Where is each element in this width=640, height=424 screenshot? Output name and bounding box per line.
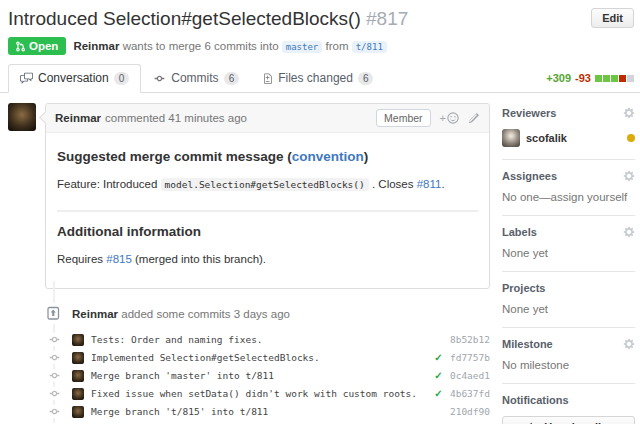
commit-sha-link[interactable]: 0c4aed1 (447, 370, 490, 381)
issue-815-link[interactable]: #815 (106, 253, 132, 265)
avatar-scofalik[interactable] (502, 129, 520, 147)
suggested-message-text: Feature: Introduced model.Selection#getS… (57, 176, 478, 193)
no-one-text: No one— (502, 191, 551, 203)
event-text: added some commits 3 days ago (121, 308, 290, 320)
git-commit-icon (48, 405, 61, 418)
additional-info-heading: Additional information (57, 222, 478, 242)
edit-button[interactable]: Edit (591, 8, 634, 28)
base-branch-label[interactable]: master (282, 41, 323, 53)
commit-sha-link[interactable]: 8b52b12 (447, 334, 490, 345)
assign-yourself-link[interactable]: assign yourself (551, 191, 628, 203)
state-label: Open (29, 40, 58, 52)
pr-number: #817 (366, 8, 408, 29)
projects-label: Projects (502, 282, 545, 294)
gear-icon[interactable] (623, 338, 635, 350)
commit-author-avatar[interactable] (72, 334, 84, 346)
tab-conversation[interactable]: Conversation 0 (8, 64, 141, 93)
commit-check-icon: ✓ (432, 352, 445, 363)
main-content: Reinmar commented 41 minutes ago Member … (0, 93, 640, 424)
commit-author-avatar[interactable] (72, 370, 84, 382)
diffstat-block-green (595, 75, 602, 82)
commit-author-avatar[interactable] (72, 352, 84, 364)
page-title: Introduced Selection#getSelectedBlocks()… (8, 8, 588, 30)
merge-sentence: Reinmar wants to merge 6 commits into ma… (73, 40, 386, 52)
pr-author-link[interactable]: Reinmar (73, 40, 119, 52)
commit-row: Merge branch 'master' into t/811 ✓ 0c4ae… (8, 369, 490, 382)
pull-request-page: Introduced Selection#getSelectedBlocks()… (0, 0, 640, 424)
additions-count: +309 (546, 72, 571, 84)
tab-commits-label: Commits (171, 71, 218, 85)
gear-icon[interactable] (623, 107, 635, 119)
convention-link[interactable]: convention (292, 149, 364, 164)
commit-message-link[interactable]: Implemented Selection#getSelectedBlocks. (91, 352, 432, 363)
projects-empty-text: None yet (502, 303, 635, 315)
head-branch-label[interactable]: t/811 (352, 41, 387, 53)
labels-label: Labels (502, 226, 537, 238)
deletions-count: -93 (575, 72, 591, 84)
additional-info-text: Requires #815 (merged into this branch). (57, 251, 478, 268)
diffstat-block-green (611, 75, 618, 82)
tab-conversation-label: Conversation (38, 71, 109, 85)
avatar-reinmar[interactable] (8, 103, 36, 131)
git-pull-request-icon (16, 41, 25, 52)
commit-message-link[interactable]: Merge branch 't/815' into t/811 (91, 406, 432, 417)
tab-conversation-count: 0 (114, 72, 130, 85)
event-author-link[interactable]: Reinmar (72, 308, 118, 320)
pr-header: Introduced Selection#getSelectedBlocks()… (0, 0, 640, 93)
comment-discussion-icon (20, 72, 33, 84)
tab-files-count: 6 (358, 72, 374, 85)
tab-files-changed[interactable]: Files changed 6 (251, 64, 385, 93)
tab-files-label: Files changed (278, 71, 353, 85)
heading1-prefix: Suggested merge commit message ( (57, 149, 292, 164)
commit-row: Fixed issue when setData() didn't work w… (8, 387, 490, 400)
pr-tab-bar: Conversation 0 Commits 6 Files changed 6… (0, 64, 640, 93)
labels-empty-text: None yet (502, 247, 635, 259)
issue-811-link[interactable]: #811 (417, 178, 442, 190)
pr-title-text: Introduced Selection#getSelectedBlocks() (8, 8, 361, 29)
sidebar-section-projects: Projects None yet (502, 272, 635, 328)
commit-message-link[interactable]: Fixed issue when setData() didn't work w… (91, 388, 432, 399)
commit-sha-link[interactable]: 4b637fd (447, 388, 490, 399)
commit-author-avatar[interactable] (72, 388, 84, 400)
commit-sha-link[interactable]: 210df90 (447, 406, 490, 417)
git-commit-icon (48, 333, 61, 346)
p2-suffix: (merged into this branch). (135, 253, 266, 265)
labels-heading: Labels (502, 226, 635, 238)
p2-prefix: Requires (57, 253, 103, 265)
sidebar-section-labels: Labels None yet (502, 216, 635, 272)
add-reaction-button[interactable]: + (440, 112, 459, 124)
reviewers-label: Reviewers (502, 107, 556, 119)
milestone-heading: Milestone (502, 338, 635, 350)
diffstat-blocks (594, 75, 634, 82)
assignees-heading: Assignees (502, 170, 635, 182)
reviewer-row: scofalik (502, 129, 635, 147)
sidebar-section-milestone: Milestone No milestone (502, 328, 635, 384)
commit-message-link[interactable]: Tests: Order and naming fixes. (91, 334, 432, 345)
assignees-label: Assignees (502, 170, 557, 182)
tab-commits[interactable]: Commits 6 (141, 64, 251, 93)
title-row: Introduced Selection#getSelectedBlocks()… (8, 8, 632, 30)
sidebar-section-reviewers: Reviewers scofalik (502, 103, 635, 160)
heading1-suffix: ) (364, 149, 369, 164)
edit-comment-button[interactable] (468, 112, 480, 124)
commit-row: Implemented Selection#getSelectedBlocks.… (8, 351, 490, 364)
comment-author-link[interactable]: Reinmar (55, 112, 101, 124)
commit-message-link[interactable]: Merge branch 'master' into t/811 (91, 370, 432, 381)
gear-icon[interactable] (623, 170, 635, 182)
commit-sha-link[interactable]: fd7757b (447, 352, 490, 363)
unsubscribe-button[interactable]: Unsubscribe (502, 416, 635, 424)
diffstat-block-neutral (627, 75, 634, 82)
open-status-badge: Open (8, 37, 66, 55)
commit-author-avatar[interactable] (72, 406, 84, 418)
from-text: from (326, 40, 349, 52)
pencil-icon (468, 112, 480, 124)
commits-event-text: Reinmar added some commits 3 days ago (72, 308, 290, 320)
member-badge: Member (376, 109, 431, 127)
status-row: Open Reinmar wants to merge 6 commits in… (8, 37, 632, 55)
milestone-label: Milestone (502, 338, 553, 350)
sidebar-section-notifications: Notifications Unsubscribe You're receivi… (502, 384, 635, 424)
reviewer-name-link[interactable]: scofalik (526, 132, 567, 144)
divider (57, 210, 478, 212)
comment-body: Suggested merge commit message (conventi… (46, 133, 489, 288)
gear-icon[interactable] (623, 226, 635, 238)
